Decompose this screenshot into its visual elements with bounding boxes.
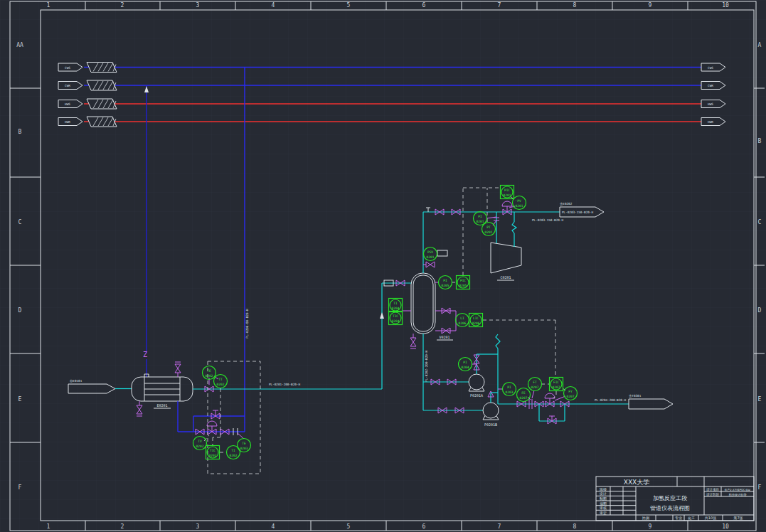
svg-text:0203: 0203	[240, 447, 248, 450]
svg-text:设计阶段: 设计阶段	[706, 492, 720, 496]
svg-text:7: 7	[498, 2, 501, 9]
svg-text:0201: 0201	[477, 220, 484, 223]
svg-text:0201: 0201	[485, 230, 493, 234]
svg-text:5: 5	[347, 2, 351, 9]
svg-text:去T0301: 去T0301	[629, 394, 642, 398]
svg-text:3: 3	[196, 2, 200, 9]
svg-text:E: E	[18, 396, 22, 403]
svg-text:PI: PI	[478, 215, 482, 218]
svg-text:C: C	[18, 219, 22, 225]
svg-text:0201: 0201	[516, 204, 523, 208]
svg-text:审定: 审定	[600, 511, 607, 516]
svg-text:A: A	[758, 42, 762, 48]
svg-text:0205: 0205	[459, 284, 467, 287]
svg-text:D: D	[18, 307, 22, 314]
svg-text:D: D	[758, 307, 762, 314]
svg-text:FY: FY	[568, 390, 573, 393]
svg-text:专业: 专业	[675, 516, 682, 520]
svg-text:PIC: PIC	[504, 188, 510, 192]
svg-text:2: 2	[121, 2, 124, 9]
svg-text:0206: 0206	[472, 321, 480, 325]
svg-text:设计项目: 设计项目	[706, 487, 719, 491]
svg-text:B: B	[18, 129, 22, 135]
svg-text:P0201B: P0201B	[484, 422, 497, 427]
svg-text:0202: 0202	[230, 454, 238, 457]
svg-text:共10张: 共10张	[705, 516, 716, 521]
svg-text:0203: 0203	[506, 390, 514, 394]
svg-text:HWS: HWS	[708, 102, 713, 106]
svg-text:TIC: TIC	[210, 449, 216, 452]
svg-text:0206: 0206	[459, 321, 467, 325]
svg-text:9: 9	[649, 523, 652, 530]
svg-text:TT: TT	[218, 378, 223, 381]
svg-text:0207: 0207	[531, 385, 539, 389]
line-break-mark: Z	[143, 351, 147, 358]
svg-text:5: 5	[347, 523, 351, 530]
svg-text:PL-0203-150-B20-H: PL-0203-150-B20-H	[562, 211, 593, 214]
svg-text:0205: 0205	[442, 284, 450, 287]
svg-text:PI: PI	[463, 361, 467, 364]
svg-text:FIC: FIC	[553, 381, 559, 384]
svg-text:V0201: V0201	[439, 335, 450, 339]
svg-text:CWS: CWS	[708, 66, 713, 70]
svg-text:比例: 比例	[642, 516, 649, 521]
university-name: XXX大学	[624, 479, 650, 486]
svg-text:去E0202: 去E0202	[560, 202, 573, 206]
svg-text:0202: 0202	[206, 374, 213, 378]
svg-text:PL-0201-200-B20-H: PL-0201-200-B20-H	[269, 383, 300, 386]
svg-text:B: B	[758, 138, 762, 144]
svg-text:8: 8	[573, 2, 577, 9]
svg-text:LI: LI	[460, 316, 464, 320]
svg-text:PL-0203-150-B20-H: PL-0203-150-B20-H	[532, 218, 563, 222]
svg-text:F: F	[758, 484, 762, 491]
drawing-title-line2: 管道仪表流程图	[650, 505, 690, 511]
svg-text:0201: 0201	[504, 193, 511, 197]
svg-text:初步设计阶段: 初步设计阶段	[728, 493, 747, 496]
svg-text:TE: TE	[207, 369, 211, 373]
svg-text:化工: 化工	[688, 516, 695, 521]
svg-text:10: 10	[722, 2, 729, 9]
svg-text:1: 1	[47, 2, 50, 9]
svg-text:PL-0206-80-B20-H: PL-0206-80-B20-H	[245, 309, 249, 339]
svg-text:E0201: E0201	[156, 403, 167, 408]
svg-text:0201: 0201	[427, 255, 435, 259]
svg-text:PI: PI	[507, 385, 511, 389]
svg-text:E: E	[758, 396, 762, 403]
svg-text:自E0101: 自E0101	[70, 379, 83, 383]
svg-text:PL-0202-200-B20-H: PL-0202-200-B20-H	[425, 351, 428, 382]
snap-grid	[0, 0, 766, 532]
svg-text:0207: 0207	[520, 396, 528, 400]
svg-text:0207: 0207	[553, 385, 560, 389]
svg-text:0202: 0202	[209, 454, 217, 457]
svg-text:PIC: PIC	[460, 279, 466, 282]
cad-drawing-canvas: 12345678910 12345678910 AABCDEF ABCDEF C…	[0, 0, 766, 532]
svg-text:第7张: 第7张	[733, 516, 743, 521]
svg-text:AA: AA	[16, 42, 23, 48]
drawing-title-line1: 加氢反应工段	[653, 495, 687, 501]
svg-text:HWR: HWR	[65, 120, 70, 124]
svg-text:PI: PI	[443, 279, 447, 282]
svg-text:设计: 设计	[599, 491, 607, 496]
svg-text:1: 1	[47, 523, 50, 530]
svg-text:7: 7	[498, 523, 501, 530]
svg-text:0202: 0202	[196, 445, 204, 448]
svg-text:CWR: CWR	[65, 84, 70, 87]
svg-text:TI: TI	[231, 449, 235, 452]
svg-text:审核: 审核	[600, 506, 607, 510]
svg-text:TI: TI	[393, 302, 398, 305]
svg-text:TV: TV	[198, 440, 202, 443]
svg-text:4: 4	[272, 2, 275, 9]
svg-text:PV: PV	[517, 199, 521, 203]
svg-text:4: 4	[272, 523, 275, 530]
svg-text:P0201A: P0201A	[470, 393, 483, 398]
svg-text:LIC: LIC	[473, 316, 479, 320]
svg-text:0204: 0204	[392, 307, 400, 310]
svg-text:CWR: CWR	[708, 84, 713, 87]
svg-text:6: 6	[422, 523, 426, 530]
svg-text:TE: TE	[242, 442, 246, 445]
svg-text:PT: PT	[486, 225, 491, 229]
svg-text:C: C	[758, 219, 762, 225]
svg-text:6: 6	[422, 2, 426, 9]
svg-text:0204: 0204	[392, 319, 400, 323]
svg-text:班级: 班级	[599, 487, 607, 491]
